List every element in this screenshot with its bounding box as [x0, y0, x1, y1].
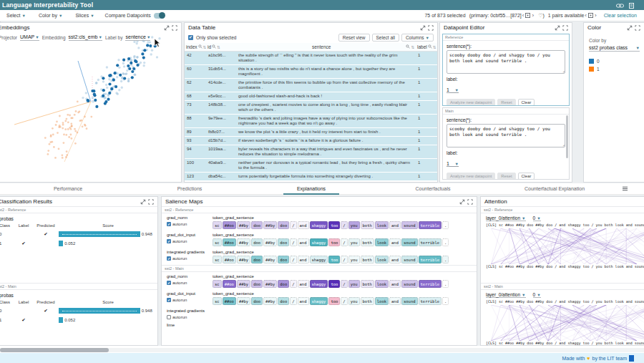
- hamburger-menu-icon[interactable]: [622, 186, 628, 191]
- maximize-panel-icon[interactable]: [467, 199, 473, 205]
- color-by-menu[interactable]: Color by▼: [32, 13, 69, 18]
- autorun-checkbox[interactable]: ✔: [167, 281, 171, 285]
- embedding-select[interactable]: sst2:cls_emb▼: [69, 34, 102, 41]
- cell-sentence: this is a story of two misfits who do n'…: [236, 65, 416, 78]
- table-row[interactable]: 889e79ee...fresnadillo 's dark and jolti…: [185, 115, 437, 128]
- reset-button[interactable]: Reset: [497, 99, 515, 106]
- sort-icon[interactable]: ⇅: [411, 45, 414, 49]
- salience-token: sound: [401, 256, 418, 263]
- sentence-textarea[interactable]: scooby dooby doo / and shaggy too / you …: [447, 124, 565, 147]
- maximize-panel-icon[interactable]: [172, 25, 177, 31]
- reset-button[interactable]: Reset: [497, 173, 515, 180]
- table-row[interactable]: 73148b38...one of creepiest , scariest m…: [185, 101, 437, 115]
- tab-counterfactuals[interactable]: Counterfactuals: [372, 183, 494, 195]
- editor-section-tab[interactable]: Reference: [443, 34, 569, 41]
- select-pair-icon[interactable]: [588, 13, 593, 18]
- label-select[interactable]: 1▼: [447, 87, 459, 93]
- table-row[interactable]: 941019aa...byler reveals his characters …: [185, 145, 437, 159]
- cell-label: 1: [416, 159, 437, 172]
- autorun-checkbox[interactable]: ✔: [167, 222, 171, 226]
- tab-predictions[interactable]: Predictions: [129, 183, 250, 195]
- minimize-panel-icon[interactable]: [627, 25, 633, 31]
- tab-counterfactual-explanation[interactable]: Counterfactual Explanation: [494, 183, 615, 195]
- table-row[interactable]: 10040aba9...neither parker nor donovan i…: [185, 159, 437, 173]
- attention-head-select[interactable]: 0▼: [533, 292, 541, 298]
- column-header-id[interactable]: id⇅: [206, 44, 236, 49]
- autorun-checkbox[interactable]: ✔: [167, 256, 171, 261]
- salience-token: too: [328, 256, 340, 263]
- next-datapoint-icon[interactable]: ›: [532, 13, 534, 19]
- maximize-panel-icon[interactable]: [428, 25, 434, 31]
- reset-view-button[interactable]: Reset view: [338, 34, 370, 42]
- previous-datapoint-icon[interactable]: ‹: [522, 13, 525, 19]
- clear-button[interactable]: Clear: [518, 99, 535, 106]
- pin-datapoint-icon[interactable]: [525, 13, 530, 18]
- label-by-select[interactable]: sentence▼: [125, 34, 150, 41]
- tab-explanations[interactable]: Explanations: [250, 183, 372, 195]
- column-header-label[interactable]: label⇅: [416, 44, 437, 49]
- classification-results-panel: Classification Results sst2 - Referencep…: [0, 196, 158, 346]
- projector-select[interactable]: UMAP▼: [20, 34, 39, 41]
- minimize-panel-icon[interactable]: [164, 25, 170, 31]
- salience-token: ##by: [237, 280, 250, 288]
- projector-value: UMAP: [20, 34, 34, 39]
- table-row[interactable]: 68e5e9cc...good old-fashioned slash-and-…: [185, 92, 437, 101]
- sentence-field-label: sentence(*):: [447, 44, 565, 49]
- compare-datapoints-toggle[interactable]: [154, 13, 165, 19]
- vertical-scrollbar-thumb[interactable]: [566, 115, 568, 158]
- attention-head-select[interactable]: 0▼: [533, 216, 541, 221]
- columns-button[interactable]: Columns▼: [401, 34, 434, 42]
- cell-index: 93: [185, 137, 206, 145]
- sentence-textarea[interactable]: scooby dooby doo / and shaggy too / you …: [447, 50, 565, 74]
- search-icon[interactable]: [406, 44, 410, 49]
- select-menu[interactable]: Select▼: [0, 13, 32, 18]
- analyze-new-datapoint-button[interactable]: Analyze new datapoint: [447, 173, 495, 180]
- table-row[interactable]: 42a1bc96...the subtle strength of `` ell…: [185, 52, 437, 65]
- column-header-sentence[interactable]: sentence⇅: [236, 44, 416, 49]
- minimize-panel-icon[interactable]: [555, 25, 560, 31]
- autorun-checkbox[interactable]: ✔: [167, 298, 171, 302]
- editor-section-tab[interactable]: Main: [443, 108, 569, 115]
- table-row[interactable]: 93d15b7d...if steven soderbergh 's ` sol…: [185, 137, 437, 145]
- maximize-panel-icon[interactable]: [148, 199, 154, 205]
- color-by-select[interactable]: sst2 probas class▼: [589, 45, 640, 52]
- search-icon[interactable]: [428, 44, 432, 49]
- minimize-panel-icon[interactable]: [459, 199, 465, 205]
- clear-selection-link[interactable]: Clear selection: [604, 13, 637, 18]
- sort-icon[interactable]: ⇅: [217, 45, 220, 49]
- salience-token: .: [442, 280, 449, 288]
- analyze-new-datapoint-button[interactable]: Analyze new datapoint: [447, 99, 495, 106]
- salience-token: sc: [213, 256, 222, 263]
- search-icon[interactable]: [198, 44, 203, 49]
- footer-team[interactable]: by the LIT team: [592, 356, 627, 361]
- table-row[interactable]: 89fb8c07...we know the plot 's a little …: [185, 128, 437, 137]
- attention-layer-select[interactable]: layer_0/attention▼: [486, 216, 526, 221]
- column-header-index[interactable]: index⇅: [185, 44, 206, 49]
- previous-pair-icon[interactable]: ‹: [585, 13, 587, 19]
- only-show-selected-checkbox[interactable]: ✔: [188, 35, 193, 40]
- attention-layer-select[interactable]: layer_0/attention▼: [486, 292, 526, 298]
- embedding-scatter-plot[interactable]: [0, 32, 181, 182]
- salience-token: terrible: [419, 256, 442, 263]
- table-row[interactable]: 123dba54c...turns potentially forgettabl…: [185, 173, 437, 181]
- salience-method-integrated-gradients: integrated gradients✔autoruntoken_grad_s…: [162, 248, 477, 265]
- tab-performance[interactable]: Performance: [7, 183, 129, 195]
- sort-icon[interactable]: ⇅: [433, 45, 436, 49]
- maximize-panel-icon[interactable]: [635, 25, 640, 31]
- table-row[interactable]: 62414cde...the primitive force of this f…: [185, 79, 437, 92]
- slices-menu[interactable]: Slices▼: [69, 13, 100, 18]
- label-select[interactable]: 1▼: [447, 161, 459, 167]
- select-all-button[interactable]: Select all: [372, 34, 399, 42]
- next-pair-icon[interactable]: ›: [595, 13, 597, 19]
- minimize-panel-icon[interactable]: [420, 25, 426, 31]
- autorun-checkbox[interactable]: ✔: [167, 239, 171, 243]
- minimize-panel-icon[interactable]: [140, 199, 146, 205]
- salience-token: sc: [213, 280, 222, 288]
- chevron-down-icon: ▼: [455, 88, 459, 92]
- maximize-panel-icon[interactable]: [562, 25, 568, 31]
- clear-button[interactable]: Clear: [518, 173, 535, 180]
- favorite-icon[interactable]: ♡): [538, 13, 545, 19]
- autorun-checkbox[interactable]: [167, 315, 171, 319]
- search-icon[interactable]: [212, 44, 216, 49]
- table-row[interactable]: 6031db54...this is a story of two misfit…: [185, 65, 437, 79]
